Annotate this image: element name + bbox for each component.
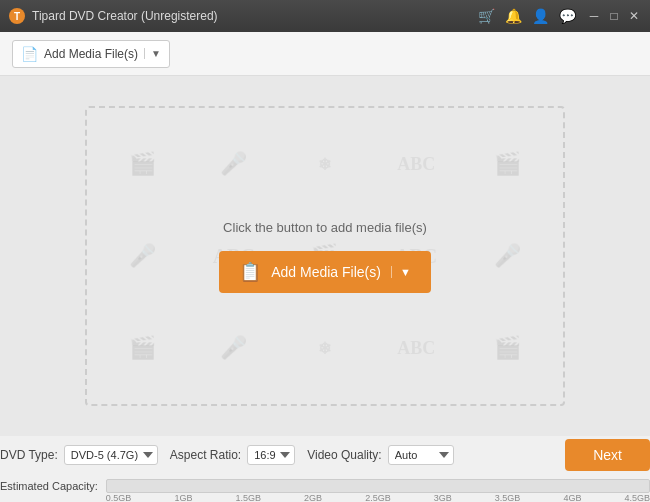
video-quality-select[interactable]: Auto High Medium Low [388,445,454,465]
tick-4.5gb: 4.5GB [624,493,650,502]
maximize-button[interactable]: □ [606,8,622,24]
next-button[interactable]: Next [565,439,650,471]
tick-4gb: 4GB [563,493,581,502]
drop-zone: 🎬 🎤 ❄ ABC 🎬 🎤 ABC 🎬 ABC 🎤 🎬 🎤 ❄ ABC 🎬 Cl… [85,106,565,406]
estimated-capacity-label: Estimated Capacity: [0,480,98,492]
capacity-bar [106,479,650,493]
add-media-icon: 📄 [21,46,38,62]
watermark-15: 🎬 [462,302,553,394]
watermark-4: ABC [371,118,462,210]
dvd-type-group: DVD Type: DVD-5 (4.7G) DVD-9 (8.5G) [0,445,158,465]
add-media-toolbar-button[interactable]: 📄 Add Media File(s) ▼ [12,40,170,68]
chat-icon[interactable]: 💬 [559,8,576,24]
notification-icon[interactable]: 🔔 [505,8,522,24]
tick-3.5gb: 3.5GB [495,493,521,502]
capacity-bar-wrapper: 0.5GB 1GB 1.5GB 2GB 2.5GB 3GB 3.5GB 4GB … [106,479,650,493]
tick-0.5gb: 0.5GB [106,493,132,502]
title-bar-icons: 🛒 🔔 👤 💬 [478,8,576,24]
watermark-3: ❄ [279,118,370,210]
video-quality-group: Video Quality: Auto High Medium Low [307,445,454,465]
bottom-controls: DVD Type: DVD-5 (4.7G) DVD-9 (8.5G) Aspe… [0,436,650,474]
tick-2.5gb: 2.5GB [365,493,391,502]
add-media-toolbar-label: Add Media File(s) [44,47,138,61]
watermark-2: 🎤 [188,118,279,210]
capacity-ticks: 0.5GB 1GB 1.5GB 2GB 2.5GB 3GB 3.5GB 4GB … [106,493,650,502]
watermark-11: 🎬 [97,302,188,394]
close-button[interactable]: ✕ [626,8,642,24]
tick-2gb: 2GB [304,493,322,502]
watermark-14: ABC [371,302,462,394]
add-media-center-button[interactable]: 📋 Add Media File(s) ▼ [219,251,431,293]
add-media-center-icon: 📋 [239,261,261,283]
center-dropdown-arrow-icon: ▼ [391,266,411,278]
watermark-5: 🎬 [462,118,553,210]
dvd-type-select[interactable]: DVD-5 (4.7G) DVD-9 (8.5G) [64,445,158,465]
minimize-button[interactable]: ─ [586,8,602,24]
watermark-6: 🎤 [97,210,188,302]
main-content: 🎬 🎤 ❄ ABC 🎬 🎤 ABC 🎬 ABC 🎤 🎬 🎤 ❄ ABC 🎬 Cl… [0,76,650,436]
aspect-ratio-label: Aspect Ratio: [170,448,241,462]
dropdown-arrow-icon: ▼ [144,48,161,59]
drop-hint-text: Click the button to add media file(s) [223,220,427,235]
svg-text:T: T [14,11,20,22]
dvd-type-label: DVD Type: [0,448,58,462]
bottom-section: DVD Type: DVD-5 (4.7G) DVD-9 (8.5G) Aspe… [0,436,650,502]
capacity-row: Estimated Capacity: 0.5GB 1GB 1.5GB 2GB … [0,474,650,502]
drop-zone-content: Click the button to add media file(s) 📋 … [219,220,431,293]
watermark-12: 🎤 [188,302,279,394]
watermark-10: 🎤 [462,210,553,302]
aspect-ratio-group: Aspect Ratio: 16:9 4:3 [170,445,295,465]
user-icon[interactable]: 👤 [532,8,549,24]
cart-icon[interactable]: 🛒 [478,8,495,24]
title-bar: T Tipard DVD Creator (Unregistered) 🛒 🔔 … [0,0,650,32]
toolbar: 📄 Add Media File(s) ▼ [0,32,650,76]
app-logo: T [8,7,26,25]
tick-1.5gb: 1.5GB [235,493,261,502]
tick-1gb: 1GB [174,493,192,502]
add-media-center-label: Add Media File(s) [271,264,381,280]
video-quality-label: Video Quality: [307,448,382,462]
watermark-1: 🎬 [97,118,188,210]
aspect-ratio-select[interactable]: 16:9 4:3 [247,445,295,465]
window-title: Tipard DVD Creator (Unregistered) [32,9,478,23]
tick-3gb: 3GB [434,493,452,502]
window-controls: ─ □ ✕ [586,8,642,24]
watermark-13: ❄ [279,302,370,394]
